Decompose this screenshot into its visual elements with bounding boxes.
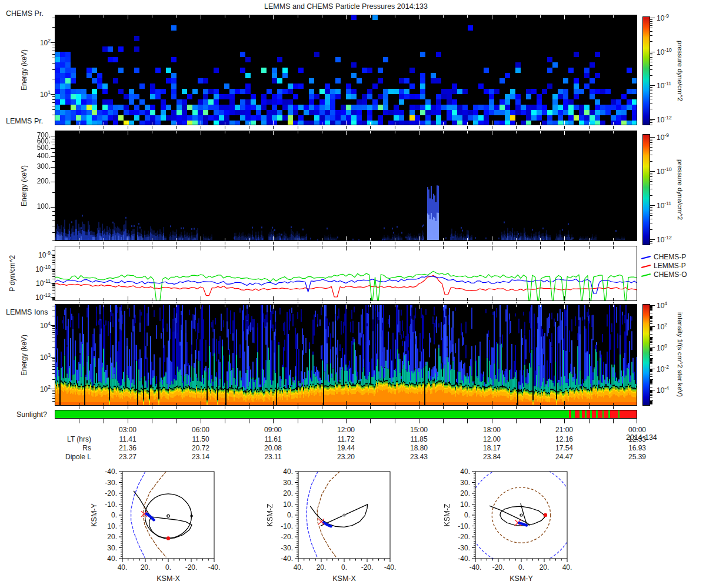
axis-tick <box>650 96 652 96</box>
axis-tick-label: 10-4 <box>657 385 682 395</box>
axis-tick <box>52 298 55 298</box>
axis-tick-label: 21:00 <box>547 426 582 434</box>
axis-tick <box>51 94 55 95</box>
axis-tick <box>51 156 55 157</box>
axis-tick <box>419 126 419 129</box>
axis-tick <box>249 406 249 409</box>
axis-tick <box>467 302 468 303</box>
axis-tick-label: 100. <box>26 202 51 211</box>
axis-tick <box>650 321 652 322</box>
axis-tick <box>650 243 652 243</box>
axis-tick <box>650 176 652 177</box>
axis-tick <box>273 126 274 129</box>
orbit-y-tick-label: 40. <box>107 554 117 563</box>
axis-tick <box>650 308 652 309</box>
axis-tick <box>564 126 565 129</box>
axis-tick <box>492 126 492 129</box>
axis-tick <box>52 258 55 258</box>
axis-tick-label: 200. <box>26 177 51 185</box>
axis-tick <box>540 126 541 129</box>
axis-tick-label: 11.72 <box>328 435 364 443</box>
axis-tick <box>152 126 152 129</box>
axis-tick <box>443 406 444 409</box>
axis-tick <box>52 275 55 275</box>
axis-tick <box>52 211 55 212</box>
axis-tick <box>650 316 653 316</box>
axis-tick <box>443 419 444 423</box>
axis-tick <box>249 242 249 245</box>
axis-tick-label: 102 <box>25 384 51 393</box>
axis-tick <box>650 323 652 324</box>
axis-tick <box>650 360 652 361</box>
orbit-x-tick-label: -20. <box>492 563 505 572</box>
axis-tick <box>650 392 652 392</box>
axis-tick <box>613 406 614 409</box>
axis-tick <box>52 366 55 367</box>
axis-tick-label: 104 <box>657 300 682 310</box>
axis-tick <box>419 406 419 409</box>
axis-tick <box>650 366 652 366</box>
axis-tick <box>650 179 652 179</box>
axis-tick <box>52 269 55 270</box>
axis-tick-label: 15:00 <box>401 426 437 434</box>
axis-tick <box>51 389 55 389</box>
axis-tick <box>51 325 55 326</box>
orbit-x-axis-title: KSM-X <box>156 574 180 583</box>
axis-tick <box>650 376 652 377</box>
pressure-colorbar-2-unit: pressure dyne/cm^2 <box>677 134 684 245</box>
axis-tick <box>52 299 55 300</box>
orbit-y-tick-label: -40. <box>458 554 470 563</box>
axis-tick <box>51 269 55 269</box>
axis-tick <box>650 41 652 42</box>
axis-tick <box>650 142 652 143</box>
orbit-y-tick-label: -10. <box>281 522 293 530</box>
axis-tick <box>650 337 653 338</box>
legend-label: CHEMS-O <box>654 270 687 279</box>
axis-tick <box>650 219 652 219</box>
axis-tick <box>176 419 176 423</box>
axis-tick <box>419 302 419 303</box>
axis-tick <box>79 126 79 129</box>
axis-tick <box>650 75 652 76</box>
axis-tick <box>650 145 652 145</box>
axis-tick <box>52 390 55 390</box>
axis-tick <box>52 192 55 193</box>
axis-tick-label: 10-9 <box>657 132 682 142</box>
axis-tick <box>128 242 128 245</box>
axis-tick <box>128 419 128 423</box>
axis-tick <box>613 242 614 245</box>
axis-tick-label: 300. <box>26 162 51 171</box>
axis-tick-label: 20.08 <box>255 444 291 452</box>
orbit-y-tick-label: -20. <box>458 533 470 541</box>
axis-tick <box>370 406 371 409</box>
axis-tick <box>650 317 652 318</box>
axis-tick-label: 20.72 <box>183 444 218 452</box>
axis-tick <box>650 239 655 240</box>
axis-tick <box>419 419 419 423</box>
axis-tick <box>52 106 55 106</box>
axis-tick <box>650 99 652 99</box>
axis-tick <box>104 406 104 409</box>
orbit-y-tick-label: 10. <box>283 500 293 509</box>
orbit-y-axis-title: KSM-Y <box>90 503 98 527</box>
axis-tick <box>52 265 55 265</box>
axis-tick <box>52 379 55 380</box>
axis-tick <box>104 419 104 423</box>
axis-tick <box>52 300 55 300</box>
axis-tick <box>51 148 55 149</box>
axis-tick <box>650 151 652 151</box>
orbit-x-tick-label: -40. <box>384 563 397 572</box>
axis-tick <box>650 329 652 329</box>
axis-tick <box>52 115 55 115</box>
axis-tick <box>589 242 590 245</box>
axis-tick <box>589 126 590 129</box>
orbit-x-tick-label: -40. <box>208 563 221 572</box>
orbit-y-axis-title: KSM-Z <box>443 503 451 526</box>
axis-tick <box>225 406 225 409</box>
axis-tick <box>225 126 225 129</box>
axis-tick <box>650 339 652 339</box>
axis-tick <box>650 62 652 62</box>
axis-tick <box>52 362 55 362</box>
axis-tick-label: 25.39 <box>620 453 655 461</box>
axis-tick-label: 03:00 <box>110 426 145 434</box>
